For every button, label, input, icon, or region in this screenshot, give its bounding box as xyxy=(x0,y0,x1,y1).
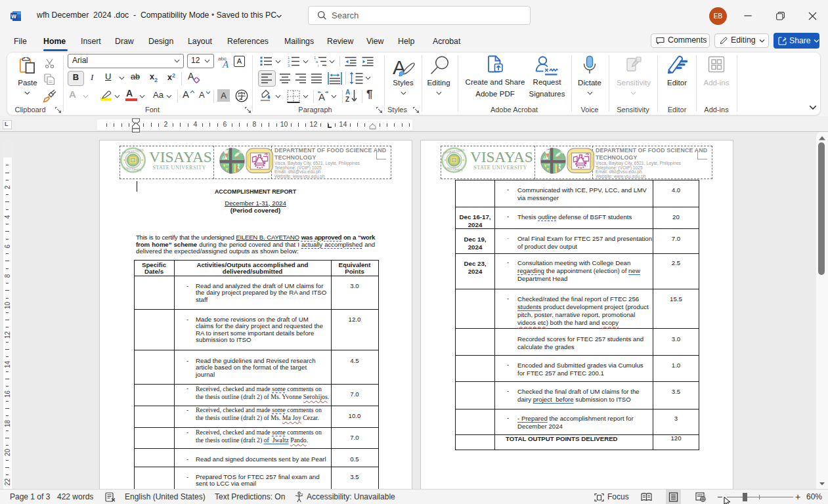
svg-text:?: ? xyxy=(301,493,303,497)
